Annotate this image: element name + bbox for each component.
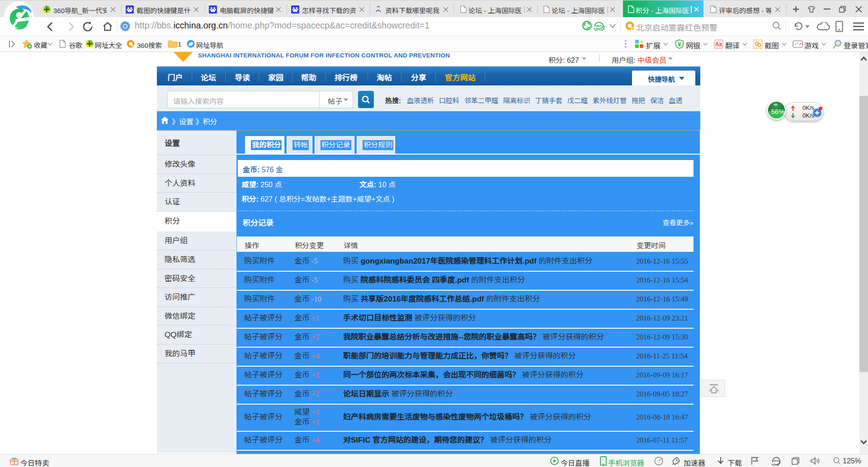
svg-text:Aa: Aa (715, 41, 722, 47)
